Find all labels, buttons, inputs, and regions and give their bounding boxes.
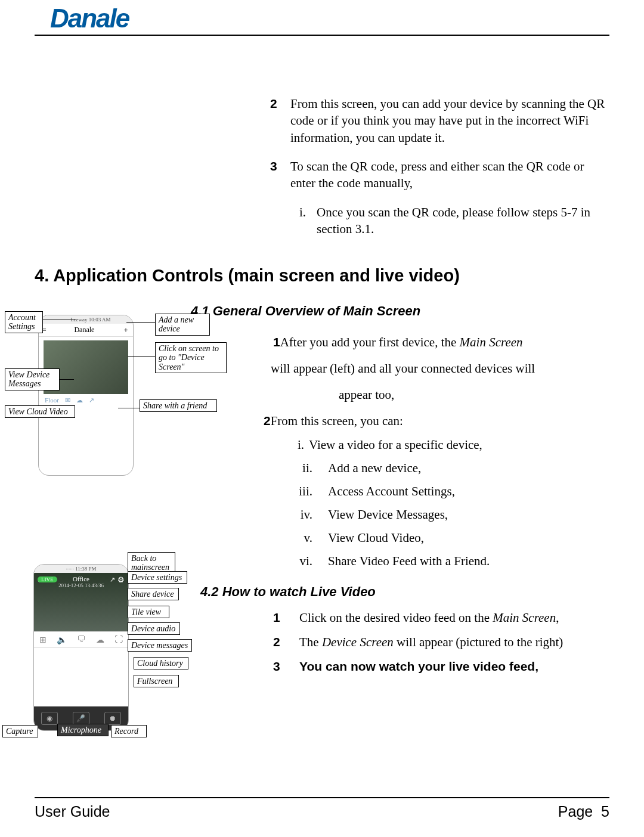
item-number: 1 bbox=[273, 610, 299, 625]
intro-item-2: 2 From this screen, you can add your dev… bbox=[270, 95, 609, 146]
callout-fullscreen: Fullscreen bbox=[134, 675, 179, 687]
callout-cloud: Cloud history bbox=[134, 657, 188, 669]
figure-device-screen: ······ 11:38 PM ‹ Office ⚙ ↗ LIVE 2014-1… bbox=[33, 564, 129, 731]
text: After you add your first device, the bbox=[280, 335, 460, 349]
roman-text: View Cloud Video, bbox=[328, 531, 609, 545]
list-item: ii.Add a new device, bbox=[291, 461, 609, 476]
callout-share-friend: Share with a friend bbox=[140, 399, 217, 412]
callout-record: Record bbox=[111, 725, 147, 737]
roman-text: Share Video Feed with a Friend. bbox=[328, 554, 609, 569]
item-number: 3 bbox=[270, 158, 290, 175]
roman-marker: i. bbox=[286, 438, 309, 452]
callout-microphone: Microphone bbox=[57, 724, 109, 736]
callout-settings: Device settings bbox=[128, 571, 187, 584]
sec42-list: 1 Click on the desired video feed on the… bbox=[273, 610, 609, 674]
section-4-heading: 4. Application Controls (main screen and… bbox=[35, 266, 609, 286]
roman-text: Add a new device, bbox=[328, 461, 609, 476]
menu-icon: ≡ bbox=[42, 326, 47, 334]
callout-audio: Device audio bbox=[128, 622, 180, 635]
intro-sub-i: i. Once you scan the QR code, please fol… bbox=[288, 204, 609, 238]
message-icon: ✉ bbox=[65, 396, 70, 404]
roman-marker: iv. bbox=[291, 507, 328, 522]
page-number: 5 bbox=[601, 803, 609, 820]
item-text: Click on the desired video feed on the M… bbox=[299, 610, 609, 625]
record-icon: ⏺ bbox=[104, 712, 121, 725]
list-item: 1 Click on the desired video feed on the… bbox=[273, 610, 609, 625]
share-icon: ↗ bbox=[110, 576, 115, 584]
callout-view-cloud: View Cloud Video bbox=[5, 405, 75, 418]
text: The bbox=[299, 635, 322, 649]
leader-line bbox=[118, 408, 140, 408]
roman-marker: v. bbox=[291, 531, 328, 545]
overview-line-1b: will appear (left) and all your connecte… bbox=[271, 359, 609, 379]
inline-number: 1 bbox=[273, 335, 280, 349]
list-item: iii.Access Account Settings, bbox=[291, 484, 609, 499]
overview-line-2: 2From this screen, you can: bbox=[264, 411, 609, 432]
callout-share: Share device bbox=[128, 588, 179, 600]
fullscreen-icon: ⛶ bbox=[114, 635, 123, 644]
footer-rule bbox=[35, 797, 609, 798]
messages-icon: 🗨 bbox=[77, 635, 85, 644]
cloud-icon: ☁ bbox=[76, 396, 83, 404]
italic-term: Main Screen bbox=[493, 610, 556, 625]
thumb-label: Floor bbox=[45, 396, 59, 404]
leader-line bbox=[126, 322, 155, 323]
roman-text: View a video for a specific device, bbox=[309, 438, 609, 452]
phone-mockup: ······ 11:38 PM ‹ Office ⚙ ↗ LIVE 2014-1… bbox=[33, 564, 129, 731]
callout-view-messages: View Device Messages bbox=[5, 368, 60, 390]
page-label: Page bbox=[558, 803, 593, 820]
item-text: To scan the QR code, press and either sc… bbox=[290, 158, 609, 192]
list-item: vi.Share Video Feed with a Friend. bbox=[291, 554, 609, 569]
item-text: From this screen, you can add your devic… bbox=[290, 95, 609, 146]
add-icon: ＋ bbox=[122, 325, 129, 335]
list-item: i.View a video for a specific device, bbox=[286, 438, 609, 452]
leader-line bbox=[128, 356, 155, 357]
item-text: The Device Screen will appear (pictured … bbox=[299, 635, 609, 650]
callout-messages: Device messages bbox=[128, 639, 192, 652]
overview-text: 1After you add your first device, the Ma… bbox=[273, 332, 609, 431]
thumbnail-toolbar: Floor ✉ ☁ ↗ bbox=[39, 396, 133, 404]
roman-text: View Device Messages, bbox=[328, 507, 609, 522]
roman-marker: iii. bbox=[291, 484, 328, 499]
list-item: 3 You can now watch your live video feed… bbox=[273, 659, 609, 674]
item-text-bold: You can now watch your live video feed, bbox=[299, 659, 609, 674]
video-area: ‹ Office ⚙ ↗ LIVE 2014-12-05 13:43:36 bbox=[34, 573, 128, 631]
roman-marker: vi. bbox=[291, 554, 328, 569]
intro-item-3: 3 To scan the QR code, press and either … bbox=[270, 158, 609, 192]
phone-mockup: ······ Leeway 10:03 AM ≡ Danale ＋ Floor … bbox=[38, 315, 134, 476]
text: From this screen, you can: bbox=[271, 414, 403, 428]
callout-tile: Tile view bbox=[128, 606, 169, 618]
tile-icon: ⊞ bbox=[39, 635, 47, 645]
section-4-2-heading: 4.2 How to watch Live Video bbox=[200, 584, 609, 600]
roman-text: Once you scan the QR code, please follow… bbox=[317, 204, 609, 238]
audio-icon: 🔈 bbox=[57, 635, 67, 645]
list-item: 2 The Device Screen will appear (picture… bbox=[273, 635, 609, 650]
brand-logo: Danale bbox=[35, 0, 609, 33]
status-bar: ······ 11:38 PM bbox=[34, 565, 128, 573]
microphone-icon: 🎤 bbox=[73, 712, 89, 725]
overview-line-1c: appear too, bbox=[339, 385, 609, 405]
inline-number: 2 bbox=[264, 414, 271, 427]
footer-left: User Guide bbox=[35, 803, 110, 820]
capability-roman-list: i.View a video for a specific device, ii… bbox=[291, 438, 609, 569]
list-item: iv.View Device Messages, bbox=[291, 507, 609, 522]
callout-account-settings: Account Settings bbox=[5, 311, 43, 333]
footer-right: Page 5 bbox=[558, 803, 609, 820]
overview-line-1: 1After you add your first device, the Ma… bbox=[273, 332, 609, 353]
live-badge: LIVE bbox=[38, 576, 57, 582]
item-number: 2 bbox=[270, 95, 290, 112]
app-title: Danale bbox=[74, 326, 94, 334]
list-item: v.View Cloud Video, bbox=[291, 531, 609, 545]
intro-list: 2 From this screen, you can add your dev… bbox=[270, 95, 609, 237]
settings-icon: ⚙ bbox=[117, 575, 125, 585]
roman-text: Access Account Settings, bbox=[328, 484, 609, 499]
item-number: 3 bbox=[273, 659, 299, 674]
text: , bbox=[556, 610, 559, 625]
figure-main-screen: ······ Leeway 10:03 AM ≡ Danale ＋ Floor … bbox=[38, 315, 134, 476]
share-icon: ↗ bbox=[89, 396, 94, 404]
page-footer: User Guide Page 5 bbox=[35, 797, 609, 820]
leader-line bbox=[43, 320, 75, 320]
italic-term: Main Screen bbox=[460, 335, 523, 349]
text: Click on the desired video feed on the bbox=[299, 610, 493, 625]
cloud-icon: ☁ bbox=[96, 635, 104, 645]
